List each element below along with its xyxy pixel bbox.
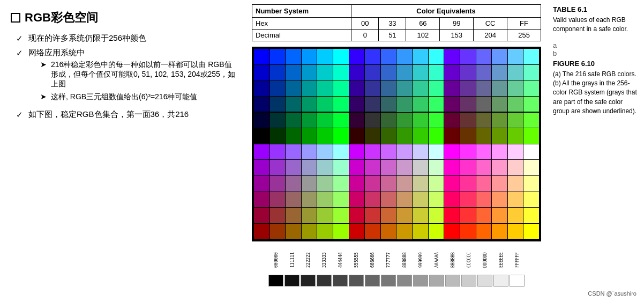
color-cell xyxy=(254,128,269,144)
color-cell xyxy=(396,80,412,96)
sub-item-2: ➤ 这样, RGB三元组数值给出(6)³=216种可能值 xyxy=(40,92,236,102)
color-cell xyxy=(444,160,460,175)
gray-label: 888888 xyxy=(397,247,412,274)
color-cell xyxy=(413,65,428,80)
color-cell xyxy=(460,208,476,223)
gray-swatch xyxy=(333,275,348,287)
gray-label: 000000 xyxy=(268,247,283,274)
color-cell xyxy=(302,113,317,128)
color-cell xyxy=(381,224,396,239)
color-cell xyxy=(523,49,539,64)
color-cell xyxy=(302,97,317,112)
color-cell xyxy=(444,144,460,160)
color-cell xyxy=(523,113,539,128)
color-cell xyxy=(302,80,317,96)
color-grid xyxy=(254,49,539,239)
sub-list: ➤ 216种稳定彩色中的每一种如以前一样都可以由 RGB值形成，但每个值仅可能取… xyxy=(28,60,236,102)
color-cell xyxy=(270,113,286,128)
color-cell xyxy=(492,192,507,208)
color-cell xyxy=(413,80,428,96)
gray-label: 222222 xyxy=(301,247,316,274)
gray-labels: 0000001111112222223333334444445555556666… xyxy=(268,247,525,274)
color-cell xyxy=(492,97,507,112)
color-cell xyxy=(349,192,365,208)
color-cell xyxy=(492,208,507,223)
gray-swatch xyxy=(317,275,332,287)
table-row-hex: Hex 00 33 66 99 CC FF xyxy=(252,18,541,30)
color-cell xyxy=(523,97,539,112)
color-cell xyxy=(460,128,476,144)
table-6-1-desc: Valid values of each RGB component in a … xyxy=(553,16,638,34)
color-cell xyxy=(365,192,380,208)
color-cell xyxy=(523,65,539,80)
color-cell xyxy=(286,176,301,192)
color-cell xyxy=(349,208,365,223)
color-cell xyxy=(317,97,333,112)
color-cell xyxy=(429,144,444,160)
color-cell xyxy=(270,208,286,223)
color-cell xyxy=(333,144,349,160)
color-cell xyxy=(429,208,444,223)
color-cell xyxy=(349,176,365,192)
color-cell xyxy=(444,80,460,96)
color-cell xyxy=(492,65,507,80)
color-cell xyxy=(444,176,460,192)
color-cell xyxy=(523,224,539,239)
color-cell xyxy=(508,128,523,144)
color-cell xyxy=(317,113,333,128)
color-cell xyxy=(333,113,349,128)
color-cell xyxy=(254,208,269,223)
color-cell xyxy=(286,80,301,96)
color-cell xyxy=(444,113,460,128)
color-cell xyxy=(317,80,333,96)
color-cell xyxy=(254,65,269,80)
color-cell xyxy=(429,65,444,80)
color-cell xyxy=(396,192,412,208)
color-cell xyxy=(396,208,412,223)
color-cell xyxy=(333,65,349,80)
color-cell xyxy=(413,160,428,175)
gray-label: EEEEEE xyxy=(493,247,508,274)
color-cell xyxy=(508,224,523,239)
figure-6-10-desc: (a) The 216 safe RGB colors.(b) All the … xyxy=(553,70,638,116)
gray-swatch xyxy=(268,275,283,287)
color-cell xyxy=(396,49,412,64)
gray-label: CCCCCC xyxy=(461,247,476,274)
left-panel: RGB彩色空间 ✓ 现在的许多系统仍限于256种颜色 ✓ 网络应用系统中 ➤ 2… xyxy=(0,0,246,301)
bullet-text-2: 网络应用系统中 xyxy=(28,48,85,57)
color-cell xyxy=(381,80,396,96)
gray-swatch xyxy=(510,275,525,287)
color-cell xyxy=(492,144,507,160)
color-cell xyxy=(365,97,380,112)
color-cell xyxy=(286,113,301,128)
color-cell xyxy=(302,176,317,192)
color-cell xyxy=(270,65,286,80)
color-cell xyxy=(396,144,412,160)
color-cell xyxy=(492,80,507,96)
color-cell xyxy=(254,80,269,96)
col-header-number: Number System xyxy=(252,5,351,18)
color-cell xyxy=(429,224,444,239)
gray-swatch xyxy=(397,275,412,287)
gray-swatch xyxy=(461,275,476,287)
color-cell xyxy=(270,224,286,239)
color-cell xyxy=(476,208,492,223)
color-cell xyxy=(444,224,460,239)
color-cell xyxy=(302,128,317,144)
color-cell xyxy=(333,224,349,239)
color-cell xyxy=(460,144,476,160)
center-panel: Number System Color Equivalents Hex 00 3… xyxy=(246,0,546,301)
gray-label: FFFFFF xyxy=(510,247,525,274)
gray-swatch xyxy=(429,275,444,287)
gray-label: BBBBBB xyxy=(445,247,460,274)
color-cell xyxy=(302,192,317,208)
title-text: RGB彩色空间 xyxy=(25,10,98,26)
number-system-table: Number System Color Equivalents Hex 00 3… xyxy=(252,4,541,41)
gray-swatch xyxy=(493,275,508,287)
color-cell xyxy=(254,113,269,128)
gray-label: 777777 xyxy=(381,247,396,274)
color-cell xyxy=(333,160,349,175)
dec-val-5: 204 xyxy=(474,30,507,41)
color-cell xyxy=(286,97,301,112)
dec-val-3: 102 xyxy=(406,30,440,41)
